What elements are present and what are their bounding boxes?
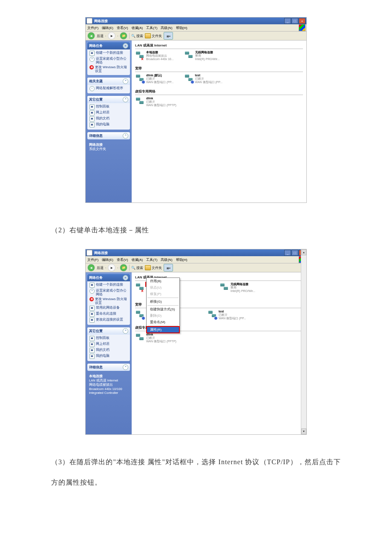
forward-button[interactable]: ► xyxy=(108,264,115,272)
connection-item[interactable]: test已断开WAN 微型端口 (PP... xyxy=(184,74,223,84)
menubar: 文件(F) 编辑(E) 查看(V) 收藏(A) 工具(T) 高级(N) 帮助(H… xyxy=(86,256,306,263)
connection-item[interactable]: dlink已断开WAN 微型端口 (PPTP) xyxy=(135,97,176,107)
minimize-button[interactable]: _ xyxy=(284,250,291,256)
menu-view[interactable]: 查看(V) xyxy=(117,26,128,30)
connection-item[interactable]: 无线网络连接禁用Intel(R) PRO/Wir... xyxy=(219,283,255,297)
group-header: 宽带 xyxy=(135,65,303,72)
detail-text: 网络连接 系统文件夹 xyxy=(87,142,130,152)
place-item[interactable]: ▣网上邻居 xyxy=(89,110,128,116)
place-item[interactable]: ▣控制面板 xyxy=(89,336,128,341)
maximize-button[interactable]: □ xyxy=(291,250,298,256)
group-header: 虚拟专用网络 xyxy=(135,88,303,95)
panel-details: 详细信息⌃ xyxy=(87,364,130,371)
panel-title: 网络任务 xyxy=(89,44,103,48)
back-button[interactable]: ◄ xyxy=(87,32,95,40)
task-item[interactable]: ?设置家庭或小型办公网络 xyxy=(89,289,128,296)
search-button[interactable]: 🔍搜索 xyxy=(131,266,143,270)
back-label: 后退 xyxy=(97,34,104,38)
sidebar: 网络任务« ▣创建一个新的连接 ?设置家庭或小型办公网络 ◉更改 Windows… xyxy=(86,272,132,434)
sidebar: 网络任务« ▣创建一个新的连接 ?设置家庭或小型办公网络 ◉更改 Windows… xyxy=(86,40,132,202)
context-menu-item[interactable]: 桥接(G) xyxy=(147,298,179,305)
task-item[interactable]: ◉更改 Windows 防火墙设置 xyxy=(89,297,128,305)
menu-adv[interactable]: 高级(N) xyxy=(161,257,172,262)
task-item[interactable]: ?设置家庭或小型办公网络 xyxy=(89,57,128,64)
related-item[interactable]: i网络疑难解答程序 xyxy=(89,86,128,91)
context-menu-item[interactable]: 重命名(M) xyxy=(147,319,179,325)
up-button[interactable]: 📁 xyxy=(120,264,127,272)
scroll-up-button[interactable]: ▲ xyxy=(301,249,306,255)
minimize-button[interactable]: _ xyxy=(284,18,291,24)
close-button[interactable]: × xyxy=(299,18,306,24)
collapse-icon[interactable]: ⌃ xyxy=(123,97,128,102)
connection-item[interactable]: × 本地连接网络电缆被拔出Broadcom 440x 10... xyxy=(135,51,174,61)
task-item[interactable]: ▣创建一个新的连接 xyxy=(89,283,128,288)
folders-button[interactable]: 文件夹 xyxy=(145,265,162,270)
task-item[interactable]: ▣更改此连接的设置 xyxy=(89,318,128,323)
connection-item[interactable]: 无线网络连接禁用Intel(R) PRO/Wir... xyxy=(184,51,220,61)
collapse-icon[interactable]: ⌃ xyxy=(123,364,128,370)
menu-fav[interactable]: 收藏(A) xyxy=(132,257,143,262)
place-item[interactable]: ▣控制面板 xyxy=(89,104,128,110)
collapse-icon[interactable]: ⌃ xyxy=(123,133,128,139)
context-menu-item[interactable]: 属性(R) xyxy=(147,327,179,333)
menu-file[interactable]: 文件(F) xyxy=(87,26,98,30)
collapse-icon[interactable]: « xyxy=(123,275,128,280)
connection-item[interactable]: dlink (默认)已断开WAN 微型端口 (PP... xyxy=(135,74,174,84)
panel-title: 网络任务 xyxy=(89,276,103,280)
menu-help[interactable]: 帮助(H) xyxy=(176,257,187,262)
menu-tools[interactable]: 工具(T) xyxy=(146,257,157,262)
place-item[interactable]: ▣我的文档 xyxy=(89,116,128,121)
menu-edit[interactable]: 编辑(E) xyxy=(102,257,113,262)
disconnect-x-icon: × xyxy=(141,289,145,293)
back-button[interactable]: ◄ xyxy=(87,264,95,272)
collapse-icon[interactable]: « xyxy=(123,43,128,49)
collapse-icon[interactable]: ⌃ xyxy=(123,78,128,84)
titlebar: 网络连接 _ □ × xyxy=(86,17,306,24)
context-menu-item[interactable]: 创建快捷方式(S) xyxy=(147,306,179,312)
view-button[interactable]: ▦▾ xyxy=(164,264,173,272)
menu-adv[interactable]: 高级(N) xyxy=(161,26,172,30)
panel-title: 详细信息 xyxy=(89,134,103,138)
context-menu-item[interactable]: 停用(B) xyxy=(147,278,179,284)
connection-item[interactable]: dlink已断开WAN 微型端口 (PPTP) xyxy=(135,333,176,343)
panel-title: 其它位置 xyxy=(89,329,103,333)
scrollbar-vertical[interactable]: ▲ ▼ xyxy=(301,249,306,434)
task-item[interactable]: ▣创建一个新的连接 xyxy=(89,51,128,56)
menu-help[interactable]: 帮助(H) xyxy=(176,26,187,30)
screenshot-2: 网络连接 _ □ × 文件(F) 编辑(E) 查看(V) 收藏(A) 工具(T)… xyxy=(85,249,307,435)
scroll-down-button[interactable]: ▼ xyxy=(301,428,306,434)
maximize-button[interactable]: □ xyxy=(291,18,298,24)
collapse-icon[interactable]: ⌃ xyxy=(123,328,128,334)
up-button[interactable]: 📁 xyxy=(120,32,127,40)
toolbar: ◄ 后退 · ► · 📁 🔍搜索 文件夹 ▦▾ xyxy=(86,263,306,272)
menu-edit[interactable]: 编辑(E) xyxy=(102,26,113,30)
place-item[interactable]: ▣我的电脑 xyxy=(89,122,128,127)
task-item[interactable]: ▣禁用此网络设备 xyxy=(89,306,128,311)
windows-flag-icon xyxy=(299,24,306,31)
connection-icon: × xyxy=(135,283,144,292)
folders-button[interactable]: 文件夹 xyxy=(145,33,162,38)
menu-fav[interactable]: 收藏(A) xyxy=(132,26,143,30)
place-item[interactable]: ▣我的电脑 xyxy=(89,354,128,359)
connection-icon: × xyxy=(135,51,144,60)
view-button[interactable]: ▦▾ xyxy=(164,32,173,40)
place-item[interactable]: ▣网上邻居 xyxy=(89,342,128,347)
context-menu-item: 删除(D) xyxy=(147,312,179,319)
connection-icon xyxy=(135,97,144,106)
app-icon xyxy=(86,250,92,256)
connection-icon xyxy=(184,51,193,60)
menu-file[interactable]: 文件(F) xyxy=(87,257,98,262)
folder-icon xyxy=(145,33,151,38)
menu-tools[interactable]: 工具(T) xyxy=(146,26,157,30)
connection-item[interactable]: test已断开WAN 微型端口 (PP... xyxy=(208,310,246,320)
search-button[interactable]: 🔍搜索 xyxy=(131,34,143,38)
forward-button[interactable]: ► xyxy=(108,32,115,40)
instruction-3: （3）在随后弹出的"本地连接 属性"对话框中，选择 Internet 协议（TC… xyxy=(51,452,341,493)
place-item[interactable]: ▣我的文档 xyxy=(89,348,128,353)
panel-title: 相关主题 xyxy=(89,79,103,84)
connection-item[interactable] xyxy=(135,310,146,320)
task-item[interactable]: ▣重命名此连接 xyxy=(89,312,128,317)
task-item[interactable]: ◉更改 Windows 防火墙设置 xyxy=(89,65,128,73)
menu-view[interactable]: 查看(V) xyxy=(117,257,128,262)
context-menu: 停用(B)状态(U)修复(P)桥接(G)创建快捷方式(S)删除(D)重命名(M)… xyxy=(146,278,180,333)
